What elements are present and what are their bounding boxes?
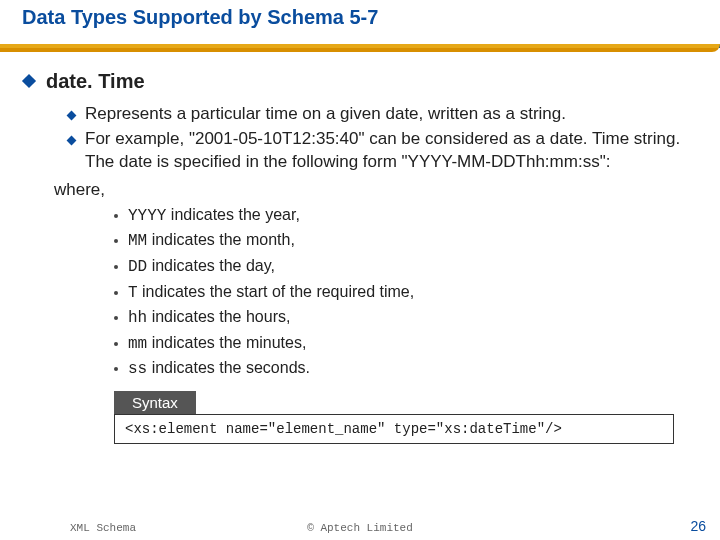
level2-list: Represents a particular time on a given … [68, 103, 696, 174]
diamond-icon [22, 74, 36, 88]
diamond-small-icon [67, 135, 77, 145]
dot-icon [114, 291, 118, 295]
bullet-level3: ss indicates the seconds. [114, 357, 696, 381]
part-text: MM indicates the month, [128, 229, 295, 253]
diamond-small-icon [67, 111, 77, 121]
bullet-level2: Represents a particular time on a given … [68, 103, 696, 126]
syntax-code: <xs:element name="element_name" type="xs… [114, 414, 674, 444]
dot-icon [114, 316, 118, 320]
footer-center-text: © Aptech Limited [307, 522, 413, 534]
page-number: 26 [690, 518, 706, 534]
dot-icon [114, 214, 118, 218]
dot-icon [114, 265, 118, 269]
footer-left-text: XML Schema [70, 522, 136, 534]
bullet-level2: For example, "2001-05-10T12:35:40" can b… [68, 128, 696, 174]
heading-datetime: date. Time [46, 70, 145, 93]
bullet-level3: DD indicates the day, [114, 255, 696, 279]
bullet-level3: hh indicates the hours, [114, 306, 696, 330]
part-text: ss indicates the seconds. [128, 357, 310, 381]
dot-icon [114, 342, 118, 346]
dot-icon [114, 367, 118, 371]
bullet-level3: MM indicates the month, [114, 229, 696, 253]
bullet-level3: YYYY indicates the year, [114, 204, 696, 228]
bullet-level3: T indicates the start of the required ti… [114, 281, 696, 305]
dot-icon [114, 239, 118, 243]
slide-footer: XML Schema © Aptech Limited 26 [0, 514, 720, 534]
syntax-block: Syntax <xs:element name="element_name" t… [114, 391, 674, 444]
part-text: hh indicates the hours, [128, 306, 290, 330]
part-text: YYYY indicates the year, [128, 204, 300, 228]
bullet-level3: mm indicates the minutes, [114, 332, 696, 356]
slide-content: date. Time Represents a particular time … [0, 48, 720, 444]
level3-list: YYYY indicates the year, MM indicates th… [114, 204, 696, 381]
syntax-tab-label: Syntax [114, 391, 196, 414]
part-text: T indicates the start of the required ti… [128, 281, 414, 305]
where-label: where, [54, 180, 696, 200]
part-text: DD indicates the day, [128, 255, 275, 279]
point-text: For example, "2001-05-10T12:35:40" can b… [85, 128, 696, 174]
part-text: mm indicates the minutes, [128, 332, 306, 356]
slide-header: Data Types Supported by Schema 5-7 [0, 0, 720, 48]
slide-title: Data Types Supported by Schema 5-7 [22, 6, 378, 29]
point-text: Represents a particular time on a given … [85, 103, 566, 126]
bullet-level1: date. Time [24, 70, 696, 93]
